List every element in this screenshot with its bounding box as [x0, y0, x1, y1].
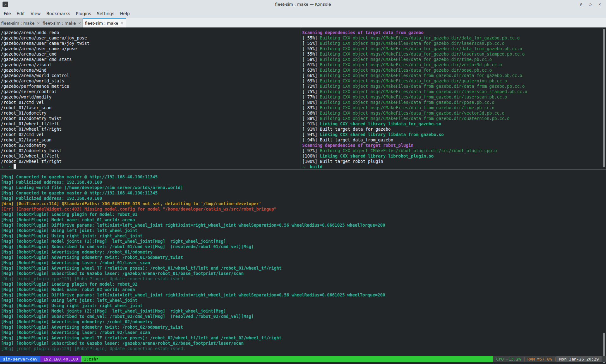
tmux-bar-fill [101, 356, 493, 362]
menu-item-edit[interactable]: Edit [17, 11, 25, 16]
terminal-text: Scanning dependencies of target robot_pl… [302, 143, 413, 148]
terminal-text: [ 94%] Built target data_from_gazebo [302, 138, 393, 142]
terminal-text: Building CXX object msgs/CMakeFiles/data… [320, 84, 525, 89]
titlebar[interactable]: > fleet-sim : make — Konsole ∨◇× [0, 0, 606, 9]
menubar: FileEditViewBookmarksPluginsSettingsHelp [0, 9, 606, 18]
terminal-text: Building CXX object msgs/CMakeFiles/data… [320, 68, 492, 73]
terminal-line: [Msg] [RobotPlugin] Advertising wheel TF… [1, 335, 606, 341]
terminal-text: [ 55%] [302, 46, 320, 51]
terminal-text: Building CXX object msgs/CMakeFiles/data… [320, 36, 519, 40]
terminal-line: [Msg] [RobotPlugin] DiffDrive params: le… [1, 292, 606, 298]
terminal-pane-build[interactable]: Scanning dependencies of target data_fro… [301, 27, 606, 169]
terminal-text: /gazebo/performance_metrics [1, 84, 69, 89]
terminal-line: [Msg] Loading world file [/home/develope… [1, 185, 606, 190]
tmux-window-item[interactable]: 1:zsh* [81, 356, 101, 362]
terminal-text: [Msg] [RobotPlugin] Advertising odometry… [1, 319, 153, 324]
terminal-line: [Msg] [RobotPlugin] Advertising odometry… [1, 325, 606, 330]
terminal-text: /gazebo/arena/user_cmd_stats [1, 57, 72, 62]
terminal-text: [Msg] [RobotPlugin] Loading plugin for m… [1, 212, 137, 217]
terminal-text: [Msg] Connected to gazebo master @ http:… [1, 191, 158, 195]
terminal-line: [ 94%] Built target data_from_gazebo [302, 137, 606, 143]
terminal-line: /gazebo/arena/user_camera/pose [1, 46, 301, 51]
tab-label: fleet-sim : make [85, 21, 118, 26]
terminal-line: [Dbg] [robot_plugin.cpp:129] [RobotPlugi… [1, 346, 606, 351]
terminal-text: [ 66%] [302, 73, 320, 78]
terminal-line: [Msg] [RobotPlugin] Subscribed to cmd_ve… [1, 314, 606, 319]
terminal-line: [ 55%] Building CXX object msgs/CMakeFil… [302, 35, 606, 41]
terminal-text: /gazebo/arena/user_camera/joy_pose [1, 36, 87, 40]
close-window-button[interactable]: × [598, 0, 602, 9]
terminal-text: Building CXX object msgs/CMakeFiles/data… [320, 100, 494, 105]
terminal-line: /robot_01/wheel_tf/left [1, 121, 301, 127]
tab-2[interactable]: fleet-sim : make× [41, 18, 83, 27]
terminal-text: /gazebo/arena/user_camera/pose [1, 46, 77, 51]
terminal-text: Building CXX object msgs/CMakeFiles/data… [320, 52, 525, 57]
terminal-cursor [14, 164, 16, 169]
terminal-line: [Msg] [RobotPlugin] Advertising odometry… [1, 249, 606, 255]
terminal-text: /gazebo/arena/world_control [1, 73, 69, 78]
terminal-line: [Msg] [RobotPlugin] Model name: robot_01… [1, 217, 606, 223]
terminal-pane-topics[interactable]: /gazebo/arena/undo_redo/gazebo/arena/use… [0, 27, 301, 169]
terminal-line: [Msg] [RobotPlugin] Advertising odometry… [1, 319, 606, 325]
terminal-text: /robot_02/cmd_vel [1, 132, 44, 137]
menu-item-file[interactable]: File [4, 11, 11, 16]
maximize-window-button[interactable]: ◇ [589, 0, 592, 9]
tab-label: fleet-sim : make [43, 21, 76, 26]
terminal-line: [ 97%] Building CXX object CMakeFiles/ro… [302, 148, 606, 153]
terminal-text: [Msg] [RobotPlugin] Using right joint: r… [1, 303, 142, 308]
menu-item-settings[interactable]: Settings [97, 11, 114, 16]
status-separator: | [554, 356, 556, 362]
terminal-text: [Msg] [RobotPlugin] Advertising odometry… [1, 325, 183, 330]
tab-close-icon[interactable]: × [37, 21, 40, 26]
terminal-text: [ 91%] Built target data_for_gazebo [302, 127, 391, 132]
terminal-text: Building CXX object msgs/CMakeFiles/data… [320, 46, 522, 51]
terminal-text: [ 75%] [302, 89, 320, 94]
terminal-line: [Msg] [RobotPlugin] Model name: robot_02… [1, 287, 606, 292]
terminal-pane-gazebo-log[interactable]: [Msg] Connected to gazebo master @ http:… [0, 170, 606, 364]
terminal-line: [Msg] [RobotPlugin] Advertising laser: /… [1, 330, 606, 335]
menu-item-help[interactable]: Help [120, 11, 130, 16]
terminal-line: [Msg] [RobotPlugin] Using right joint: r… [1, 233, 606, 239]
terminal-text: [100%] Built target robot_plugin [302, 159, 383, 164]
terminal-line: /robot_01/odometry [1, 110, 301, 116]
terminal-line: /robot_01/odometry_twist [1, 116, 301, 121]
tab-bar: fleet-sim : make×fleet-sim : make×fleet-… [0, 18, 606, 27]
terminal-text: /gazebo/arena/user_camera/joy_twist [1, 41, 89, 46]
menu-item-plugins[interactable]: Plugins [76, 11, 91, 16]
terminal-line: /gazebo/arena/undo_redo [1, 30, 301, 35]
terminal-text: Building CXX object msgs/CMakeFiles/data… [320, 73, 522, 78]
tab-3[interactable]: fleet-sim : make× [83, 18, 126, 27]
terminal-line: [ 55%] Building CXX object msgs/CMakeFil… [302, 41, 606, 46]
terminal-text: [ 88%] [302, 116, 320, 121]
ram-usage: RAM ≡57.8% [525, 356, 554, 362]
status-datetime: Mon Jan-26 20:29 [556, 356, 602, 362]
menu-item-view[interactable]: View [31, 11, 41, 16]
terminal-text: /gazebo/arena/wind [1, 68, 46, 73]
terminal-line: /robot_02/wheel_tf/left [1, 153, 301, 159]
terminal-line: [Msg] [RobotPlugin] Loading plugin for m… [1, 282, 606, 287]
terminal-text: [Msg] [RobotPlugin] Loading plugin for m… [1, 282, 137, 287]
terminal-text: build [310, 164, 322, 169]
tab-close-icon[interactable]: × [78, 21, 81, 26]
terminal-line: [ 94%] Linking CXX shared library libdat… [302, 132, 606, 137]
tab-close-icon[interactable]: × [120, 21, 123, 26]
terminal-text: [ 63%] [302, 68, 320, 73]
terminal-text: Building CXX object msgs/CMakeFiles/data… [320, 95, 507, 99]
terminal-text: [Msg] [RobotPlugin] Model joints (2):[Ms… [1, 309, 226, 313]
terminal-text: [ 86%] [302, 111, 320, 116]
terminal-text: Building CXX object msgs/CMakeFiles/data… [320, 105, 494, 110]
menu-item-bookmarks[interactable]: Bookmarks [46, 11, 70, 16]
window-title: fleet-sim : make — Konsole [0, 0, 606, 9]
terminal-line: /gazebo/arena/user_camera/joy_twist [1, 41, 301, 46]
terminal-text: /robot_01/wheel_tf/left [1, 122, 59, 126]
terminal-line: [ 55%] Building CXX object msgs/CMakeFil… [302, 51, 606, 57]
terminal-text: /gazebo/arena/world_stats [1, 79, 64, 83]
terminal-line: /gazebo/arena/world_control [1, 73, 301, 78]
terminal-line: [ 66%] Building CXX object msgs/CMakeFil… [302, 73, 606, 78]
scrollbar-build-pane[interactable] [603, 29, 605, 167]
terminal-line: [ 72%] Building CXX object msgs/CMakeFil… [302, 84, 606, 89]
terminal-text: Building CXX object CMakeFiles/robot_plu… [320, 148, 497, 153]
terminal-line: [ 61%] Building CXX object msgs/CMakeFil… [302, 62, 606, 68]
tab-1[interactable]: fleet-sim : make× [0, 18, 41, 27]
minimize-window-button[interactable]: ∨ [579, 0, 583, 9]
